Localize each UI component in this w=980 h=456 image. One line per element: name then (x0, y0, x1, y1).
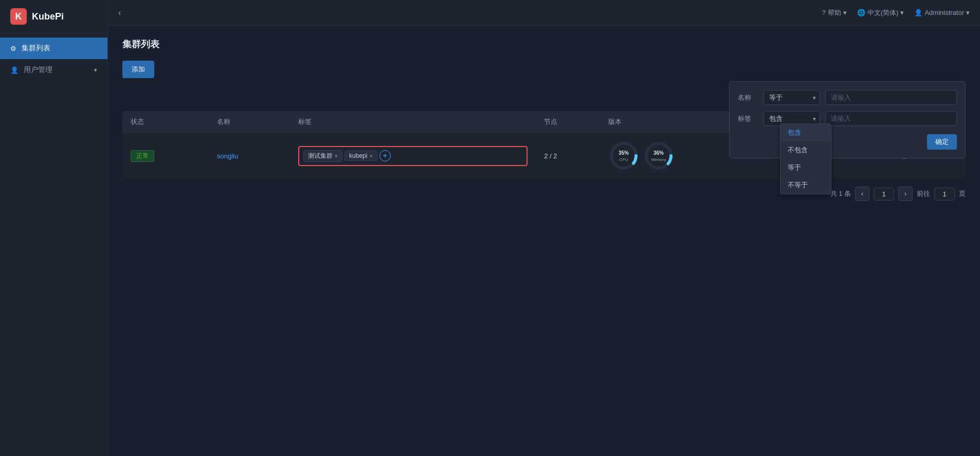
app-name: KubePi (32, 11, 64, 22)
filter-panel: 名称 等于 不等于 包含 不包含 标签 包含 不包含 (729, 81, 966, 158)
chevron-down-icon: ▾ (94, 67, 97, 74)
svg-text:K: K (15, 11, 22, 22)
col-nodes: 节点 (536, 111, 600, 133)
cluster-name-link[interactable]: songliu (217, 152, 238, 160)
cell-name: songliu (209, 133, 290, 179)
tag-operator-dropdown: 包含 不包含 等于 不等于 (780, 123, 831, 194)
col-tags: 标签 (290, 111, 536, 133)
nodes-value: 2 / 2 (544, 152, 557, 160)
memory-gauge-svg: 36% Memory (643, 140, 674, 171)
svg-point-2 (611, 143, 636, 168)
tags-container: 测试集群 × kubepi × + (298, 146, 528, 166)
filter-row-tag: 标签 包含 不包含 等于 不等于 (738, 111, 957, 126)
help-menu[interactable]: ? 帮助 ▾ (822, 8, 847, 17)
page-title: 集群列表 (122, 38, 966, 50)
dropdown-option-equals[interactable]: 等于 (781, 159, 831, 176)
topbar: ‹ ? 帮助 ▾ 🌐 中文(简体) ▾ 👤 Administrator ▾ (108, 0, 980, 26)
filter-confirm-button[interactable]: 确定 (927, 134, 957, 150)
user-label: Administrator (924, 9, 964, 16)
svg-text:36%: 36% (654, 150, 664, 156)
tag-close-test[interactable]: × (335, 153, 338, 159)
filter-row-name: 名称 等于 不等于 包含 不包含 (738, 90, 957, 105)
page-content: 集群列表 添加 ▾ 搜索 名称 等于 不等于 包含 不包含 (108, 26, 980, 456)
filter-tag-label: 标签 (738, 114, 758, 123)
sidebar-item-user-management[interactable]: 👤 用户管理 ▾ (0, 59, 107, 81)
user-chevron-icon: ▾ (966, 9, 970, 16)
pagination-area: 共 1 条 ‹ › 前往 页 (122, 187, 966, 201)
cell-status: 正常 (122, 133, 209, 179)
status-badge: 正常 (131, 150, 154, 162)
svg-text:Memory: Memory (651, 157, 666, 162)
tag-item-kubepi: kubepi × (344, 151, 377, 161)
filter-name-label: 名称 (738, 93, 758, 102)
dropdown-option-not-equals[interactable]: 不等于 (781, 176, 831, 194)
pagination-prev-button[interactable]: ‹ (855, 187, 869, 201)
cpu-gauge-svg: 35% CPU (608, 140, 639, 171)
pagination-goto-input[interactable] (934, 188, 955, 200)
help-label: 帮助 (828, 8, 841, 17)
cell-nodes: 2 / 2 (536, 133, 600, 179)
language-label: 中文(简体) (867, 8, 899, 17)
filter-confirm-row: 确定 (738, 132, 957, 150)
globe-icon: 🌐 (857, 9, 865, 16)
topbar-right: ? 帮助 ▾ 🌐 中文(简体) ▾ 👤 Administrator ▾ (822, 8, 970, 17)
filter-name-input[interactable] (825, 90, 957, 105)
help-chevron-icon: ▾ (843, 9, 847, 16)
sidebar-logo: K KubePi (0, 0, 107, 33)
language-menu[interactable]: 🌐 中文(简体) ▾ (857, 8, 904, 17)
filter-name-operator-select[interactable]: 等于 不等于 包含 不包含 (764, 90, 820, 105)
svg-text:35%: 35% (619, 150, 629, 156)
cell-tags: 测试集群 × kubepi × + (290, 133, 536, 179)
sidebar-nav: ⚙ 集群列表 👤 用户管理 ▾ (0, 33, 107, 456)
pagination-total: 共 1 条 (830, 189, 851, 198)
dropdown-option-not-contains[interactable]: 不包含 (781, 141, 831, 159)
pagination-goto-label: 前往 (917, 189, 930, 198)
user-icon: 👤 (914, 9, 922, 16)
user-menu[interactable]: 👤 Administrator ▾ (914, 9, 970, 16)
main-area: ‹ ? 帮助 ▾ 🌐 中文(简体) ▾ 👤 Administrator ▾ 集群… (108, 0, 980, 456)
sidebar-item-cluster-label: 集群列表 (22, 44, 50, 53)
tag-label-kubepi: kubepi (349, 152, 367, 159)
pagination-page-input[interactable] (874, 188, 894, 200)
cpu-gauge-container: 35% CPU (608, 140, 639, 171)
svg-text:CPU: CPU (620, 157, 628, 162)
gear-icon: ⚙ (10, 45, 16, 52)
pagination-page-label: 页 (959, 189, 966, 198)
col-name: 名称 (209, 111, 290, 133)
user-icon: 👤 (10, 66, 19, 74)
tag-close-kubepi[interactable]: × (369, 153, 372, 159)
memory-gauge-container: 36% Memory (643, 140, 674, 171)
tag-item-test: 测试集群 × (303, 150, 342, 162)
dropdown-option-contains[interactable]: 包含 (781, 124, 831, 141)
pagination-next-button[interactable]: › (898, 187, 913, 201)
topbar-left: ‹ (118, 8, 121, 17)
kubepi-logo-icon: K (10, 8, 27, 25)
help-icon: ? (822, 9, 826, 16)
sidebar-collapse-button[interactable]: ‹ (118, 8, 121, 17)
tag-add-button[interactable]: + (379, 150, 391, 161)
sidebar-item-cluster-list[interactable]: ⚙ 集群列表 (0, 38, 107, 59)
sidebar-item-user-label: 用户管理 (24, 65, 52, 75)
filter-name-operator-wrapper: 等于 不等于 包含 不包含 (764, 90, 820, 105)
add-cluster-button[interactable]: 添加 (122, 61, 154, 78)
tag-label-test: 测试集群 (308, 152, 333, 160)
filter-tag-input[interactable] (825, 111, 957, 126)
sidebar: K KubePi ⚙ 集群列表 👤 用户管理 ▾ (0, 0, 108, 456)
language-chevron-icon: ▾ (900, 9, 904, 16)
col-status: 状态 (122, 111, 209, 133)
